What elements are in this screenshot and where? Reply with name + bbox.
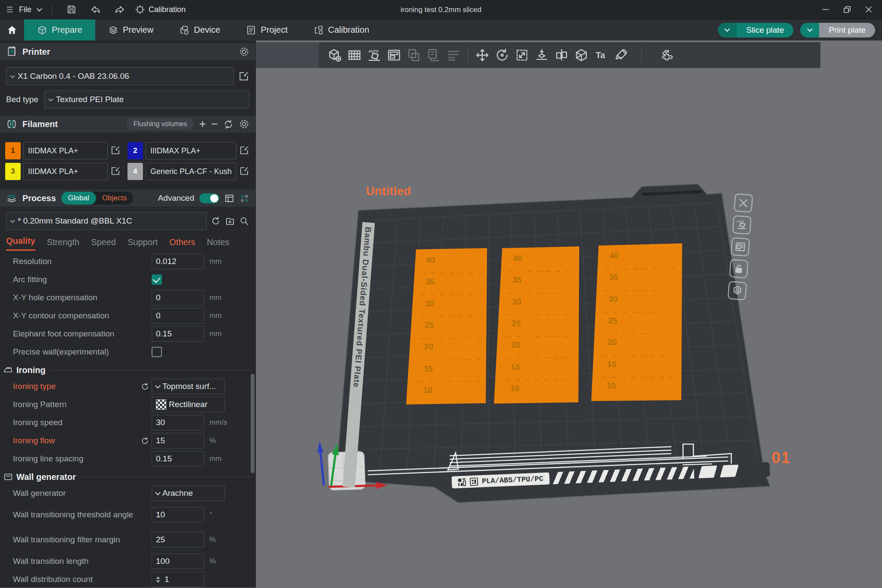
ironing-flow-input[interactable]: 15 [152, 433, 204, 448]
tab-strength[interactable]: Strength [47, 237, 80, 251]
plate-settings-button[interactable] [727, 281, 747, 300]
calibration-menu[interactable]: Calibration [135, 4, 186, 15]
tab-quality[interactable]: Quality [6, 236, 35, 251]
resolution-input[interactable]: 0.012 [152, 254, 204, 269]
add-plate-button[interactable] [345, 45, 364, 65]
filament-color-swatch[interactable]: 2 [127, 142, 143, 159]
slice-options-chevron-icon[interactable] [718, 23, 737, 37]
add-object-button[interactable] [325, 45, 345, 65]
tab-preview[interactable]: Preview [95, 19, 166, 40]
flushing-volumes-button[interactable]: Flushing volumes [127, 118, 194, 130]
redo-button[interactable] [111, 2, 129, 17]
add-filament-button[interactable]: + [199, 118, 206, 130]
advanced-toggle[interactable] [199, 193, 219, 203]
wall-filter-margin-input[interactable]: 25 [152, 532, 204, 548]
delete-plate-button[interactable] [734, 193, 753, 213]
tab-prepare[interactable]: Prepare [24, 19, 95, 40]
plate-arrange-button[interactable] [731, 237, 750, 257]
wall-threshold-angle-input[interactable]: 10 [152, 507, 204, 523]
arc-fitting-checkbox[interactable] [152, 274, 162, 285]
ironing-pattern-select[interactable]: Rectilinear [152, 397, 225, 412]
print-plate-label[interactable]: Print plate [819, 23, 875, 37]
assembly-view-button[interactable] [657, 45, 677, 65]
lock-plate-button[interactable] [729, 259, 748, 278]
process-preset-select[interactable]: * 0.20mm Standard @BBL X1C [6, 212, 207, 230]
printer-settings-button[interactable] [239, 47, 249, 57]
support-paint-button[interactable] [611, 45, 631, 65]
rotate-tool-button[interactable] [492, 45, 512, 65]
tab-support[interactable]: Support [127, 237, 158, 251]
printer-preset-select[interactable]: X1 Carbon 0.4 - OAB 23.06.06 [6, 67, 234, 85]
mesh-boolean-button[interactable] [571, 45, 591, 65]
xy-contour-input[interactable]: 0 [152, 308, 204, 324]
undo-button[interactable] [87, 2, 105, 17]
tab-calibration[interactable]: Calibration [301, 19, 382, 40]
arrange-button[interactable] [384, 45, 404, 65]
ironing-speed-input[interactable]: 30 [152, 415, 204, 430]
model-slab-3[interactable]: 40 35 30 25 20 15 10 [591, 243, 682, 401]
filament-select[interactable]: Generic PLA-CF - Kush [146, 163, 236, 180]
precise-wall-checkbox[interactable] [152, 347, 162, 357]
search-param-button[interactable] [239, 216, 249, 226]
slice-plate-label[interactable]: Slice plate [737, 23, 794, 37]
remove-filament-button[interactable]: − [211, 118, 218, 130]
filament-select[interactable]: IIIDMAX PLA+ [146, 142, 236, 159]
edit-filament-button[interactable] [110, 166, 121, 177]
close-button[interactable] [860, 2, 878, 17]
cut-tool-button[interactable] [552, 45, 571, 65]
filament-color-swatch[interactable]: 3 [5, 163, 21, 180]
object-settings-button[interactable] [239, 193, 249, 203]
ironing-type-select[interactable]: Topmost surf... [152, 379, 225, 394]
wall-distribution-count-stepper[interactable]: 1 [152, 572, 204, 587]
reset-preset-button[interactable] [211, 216, 221, 226]
auto-orient-button[interactable]: AUTO [364, 45, 384, 65]
tab-speed[interactable]: Speed [91, 237, 116, 251]
filament-select[interactable]: IIIDMAX PLA+ [23, 142, 108, 159]
elephant-foot-input[interactable]: 0.15 [152, 326, 204, 342]
param-table-button[interactable] [224, 193, 234, 203]
filament-select[interactable]: IIIDMAX PLA+ [23, 163, 108, 180]
place-on-face-button[interactable] [532, 45, 552, 65]
edit-filament-button[interactable] [239, 166, 250, 177]
edit-filament-button[interactable] [110, 145, 121, 156]
file-menu-chevron-icon[interactable] [37, 6, 42, 12]
tab-notes[interactable]: Notes [207, 237, 229, 251]
plate-auto-orient-button[interactable]: AUTO [732, 215, 752, 235]
sidebar-scrollbar[interactable] [251, 374, 255, 473]
split-to-objects-button[interactable] [404, 45, 424, 65]
edit-printer-button[interactable] [238, 71, 249, 82]
scope-global-button[interactable]: Global [61, 192, 96, 205]
edit-filament-button[interactable] [239, 145, 250, 156]
wall-generator-select[interactable]: Arachne [152, 485, 225, 501]
plate-name-label[interactable]: Untitled [366, 185, 411, 198]
reset-ironing-flow-button[interactable] [140, 436, 152, 445]
text-tool-button[interactable]: Ta [591, 45, 611, 65]
slice-plate-button[interactable]: Slice plate [718, 23, 794, 37]
save-preset-button[interactable] [225, 216, 235, 226]
print-plate-button[interactable]: Print plate [800, 23, 875, 37]
stepper-arrows[interactable] [156, 576, 160, 583]
xy-hole-input[interactable]: 0 [152, 290, 204, 305]
filament-color-swatch[interactable]: 4 [127, 163, 143, 180]
split-to-parts-button[interactable] [424, 45, 444, 65]
variable-layer-height-button[interactable] [444, 45, 463, 65]
ironing-line-spacing-input[interactable]: 0.15 [152, 451, 204, 467]
filament-settings-button[interactable] [239, 119, 249, 129]
move-tool-button[interactable] [472, 45, 492, 65]
reset-ironing-type-button[interactable] [140, 382, 152, 391]
bed-type-select[interactable]: Textured PEI Plate [44, 90, 249, 109]
model-slab-2[interactable]: 40 35 30 25 20 15 10 [494, 246, 579, 404]
model-slab-1[interactable]: 40 35 30 25 20 15 10 [406, 248, 487, 404]
save-button[interactable] [62, 2, 81, 17]
scope-objects-button[interactable]: Objects [96, 192, 133, 205]
print-options-chevron-icon[interactable] [800, 23, 819, 37]
ams-sync-button[interactable] [223, 119, 234, 130]
home-button[interactable] [0, 19, 24, 40]
file-menu[interactable]: File [6, 5, 31, 14]
tab-project[interactable]: Project [233, 19, 300, 40]
filament-color-swatch[interactable]: 1 [5, 142, 21, 159]
viewport-3d[interactable]: 40 35 30 25 20 15 10 40 35 30 25 [256, 40, 882, 588]
wall-transition-length-input[interactable]: 100 [152, 554, 204, 569]
tab-device[interactable]: Device [166, 19, 233, 40]
restore-button[interactable] [838, 2, 856, 17]
